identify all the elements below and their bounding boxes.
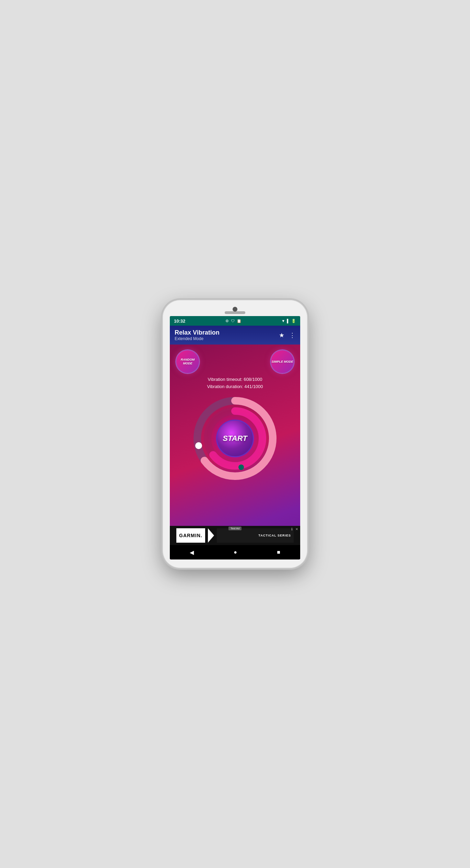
ad-watch-area: TACTICAL SERIES [217,528,294,543]
app-header: Relax Vibration Extended Mode ★ ⋮ [170,326,300,345]
ad-banner: Test Ad GARMIN. TACTICAL SERIES ℹ ✕ [170,526,300,545]
simple-mode-button[interactable]: SIMPLE MODE [270,349,295,374]
ring-container: START [190,394,280,483]
tactical-series-text: TACTICAL SERIES [258,534,291,537]
app-content: RANDOM MODE SIMPLE MODE Vibration timeou… [170,345,300,559]
home-icon[interactable]: ● [234,549,237,555]
app-title-block: Relax Vibration Extended Mode [175,329,220,341]
menu-icon[interactable]: ⋮ [289,331,295,339]
battery-icon: 🔋 [291,319,296,323]
svg-point-4 [195,442,202,449]
vibration-timeout-text: Vibration timeout: 608/1000 [207,376,263,383]
clipboard-icon: 📋 [237,319,242,323]
ad-label: Test Ad [228,527,242,530]
status-right: ▼ ▌ 🔋 [281,319,296,323]
svg-point-5 [238,465,244,470]
gear-icon: ⚙ [225,319,229,323]
signal-icon: ▌ [287,319,290,323]
start-label: START [223,434,247,443]
random-mode-button[interactable]: RANDOM MODE [175,349,200,374]
vibration-info: Vibration timeout: 608/1000 Vibration du… [207,376,263,390]
recent-icon[interactable]: ■ [277,549,280,555]
star-icon[interactable]: ★ [279,331,284,339]
phone-shell: 10:32 ⚙ 🛡 📋 ▼ ▌ 🔋 Relax Vibration Extend… [163,300,307,568]
wifi-icon: ▼ [281,319,285,323]
ad-info-icon[interactable]: ℹ [291,527,293,531]
garmin-triangle [208,528,214,543]
header-actions: ★ ⋮ [279,331,295,339]
vibration-duration-text: Vibration duration: 441/1000 [207,383,263,390]
speaker [225,311,245,314]
app-title: Relax Vibration [175,329,220,336]
camera [233,307,237,312]
shield-icon: 🛡 [231,319,235,323]
app-subtitle: Extended Mode [175,336,220,341]
random-mode-label: RANDOM MODE [176,358,199,365]
status-icons: ⚙ 🛡 📋 [225,319,242,323]
phone-screen: 10:32 ⚙ 🛡 📋 ▼ ▌ 🔋 Relax Vibration Extend… [170,316,300,559]
mode-buttons-row: RANDOM MODE SIMPLE MODE [170,345,300,374]
phone-top-bar [163,300,307,316]
status-time: 10:32 [174,318,185,324]
start-button[interactable]: START [216,420,254,457]
ad-close-icon[interactable]: ✕ [295,527,298,531]
status-bar: 10:32 ⚙ 🛡 📋 ▼ ▌ 🔋 [170,316,300,326]
ad-content: GARMIN. TACTICAL SERIES [176,528,294,543]
simple-mode-label: SIMPLE MODE [271,360,293,364]
garmin-brand: GARMIN. [179,533,202,538]
phone-bottom [163,559,307,568]
back-icon[interactable]: ◀ [190,549,194,556]
nav-bar: ◀ ● ■ [170,545,300,559]
